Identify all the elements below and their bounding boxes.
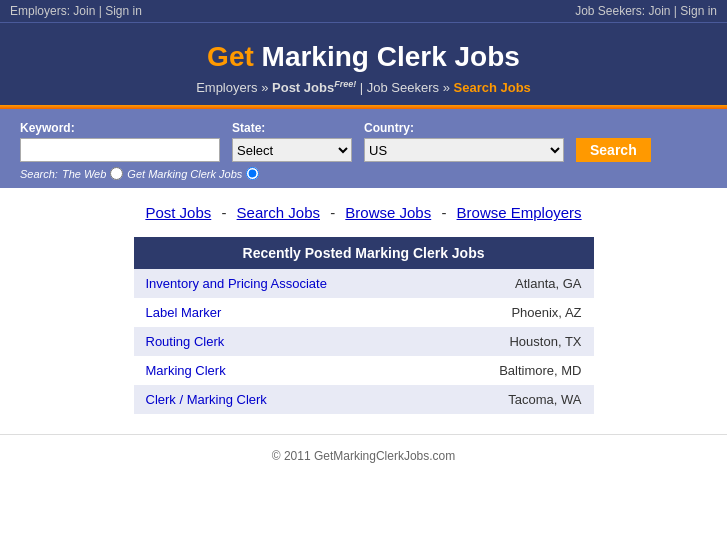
scope-label: Search:: [20, 168, 58, 180]
jobs-section: Recently Posted Marking Clerk Jobs Inven…: [134, 237, 594, 414]
job-title[interactable]: Clerk / Marking Clerk: [146, 392, 267, 407]
state-select[interactable]: Select ALAKAZAR CACOCTDE FLGAHIID ILINIA…: [232, 138, 352, 162]
country-label: Country:: [364, 121, 564, 135]
browse-employers-nav[interactable]: Browse Employers: [457, 204, 582, 221]
state-label: State:: [232, 121, 352, 135]
arrow1: »: [258, 80, 272, 95]
scope-site-radio[interactable]: [246, 167, 259, 180]
top-bar: Employers: Join | Sign in Job Seekers: J…: [0, 0, 727, 22]
copyright: © 2011 GetMarkingClerkJobs.com: [272, 449, 456, 463]
browse-jobs-nav[interactable]: Browse Jobs: [345, 204, 431, 221]
country-select[interactable]: US Canada United Kingdom Australia: [364, 138, 564, 162]
employers-label: Employers: [196, 80, 257, 95]
scope-site: Get Marking Clerk Jobs: [127, 168, 242, 180]
search-fields: Keyword: State: Select ALAKAZAR CACOCTDE…: [20, 121, 707, 162]
job-location: Atlanta, GA: [515, 276, 581, 291]
post-jobs-link[interactable]: Post JobsFree!: [272, 80, 356, 95]
keyword-input[interactable]: [20, 138, 220, 162]
jobs-list: Inventory and Pricing Associate Atlanta,…: [134, 269, 594, 414]
table-row: Marking Clerk Baltimore, MD: [134, 356, 594, 385]
job-location: Phoenix, AZ: [511, 305, 581, 320]
footer: © 2011 GetMarkingClerkJobs.com: [0, 434, 727, 477]
search-button[interactable]: Search: [576, 138, 651, 162]
table-row: Inventory and Pricing Associate Atlanta,…: [134, 269, 594, 298]
job-link[interactable]: Clerk / Marking Clerk: [146, 392, 267, 407]
employers-topbar[interactable]: Employers: Join | Sign in: [10, 4, 142, 18]
site-title: Get Marking Clerk Jobs: [10, 41, 717, 73]
free-badge: Free!: [334, 79, 356, 89]
separator: |: [356, 80, 367, 95]
job-location: Houston, TX: [509, 334, 581, 349]
jobs-table-header: Recently Posted Marking Clerk Jobs: [134, 237, 594, 269]
main-nav: Post Jobs - Search Jobs - Browse Jobs - …: [0, 188, 727, 231]
header: Get Marking Clerk Jobs Employers » Post …: [0, 22, 727, 105]
state-field: State: Select ALAKAZAR CACOCTDE FLGAHIID…: [232, 121, 352, 162]
search-bar: Keyword: State: Select ALAKAZAR CACOCTDE…: [0, 109, 727, 188]
job-link[interactable]: Inventory and Pricing Associate: [146, 276, 327, 291]
table-row: Label Marker Phoenix, AZ: [134, 298, 594, 327]
title-rest: Marking Clerk Jobs: [254, 41, 520, 72]
search-jobs-nav[interactable]: Search Jobs: [237, 204, 320, 221]
table-row: Routing Clerk Houston, TX: [134, 327, 594, 356]
title-get: Get: [207, 41, 254, 72]
jobseekers-topbar[interactable]: Job Seekers: Join | Sign in: [575, 4, 717, 18]
scope-web: The Web: [62, 168, 106, 180]
search-jobs-link[interactable]: Search Jobs: [454, 80, 531, 95]
table-row: Clerk / Marking Clerk Tacoma, WA: [134, 385, 594, 414]
job-seekers-label: Job Seekers: [367, 80, 439, 95]
post-jobs-nav[interactable]: Post Jobs: [145, 204, 211, 221]
job-title[interactable]: Marking Clerk: [146, 363, 226, 378]
keyword-label: Keyword:: [20, 121, 220, 135]
job-title[interactable]: Label Marker: [146, 305, 222, 320]
arrow2: »: [439, 80, 453, 95]
job-location: Baltimore, MD: [499, 363, 581, 378]
job-link[interactable]: Label Marker: [146, 305, 222, 320]
header-nav: Employers » Post JobsFree! | Job Seekers…: [10, 79, 717, 95]
job-location: Tacoma, WA: [508, 392, 581, 407]
job-link[interactable]: Marking Clerk: [146, 363, 226, 378]
country-field: Country: US Canada United Kingdom Austra…: [364, 121, 564, 162]
job-title[interactable]: Inventory and Pricing Associate: [146, 276, 327, 291]
keyword-field: Keyword:: [20, 121, 220, 162]
job-title[interactable]: Routing Clerk: [146, 334, 225, 349]
job-link[interactable]: Routing Clerk: [146, 334, 225, 349]
search-scope: Search: The Web Get Marking Clerk Jobs: [20, 167, 707, 180]
scope-web-radio[interactable]: [110, 167, 123, 180]
